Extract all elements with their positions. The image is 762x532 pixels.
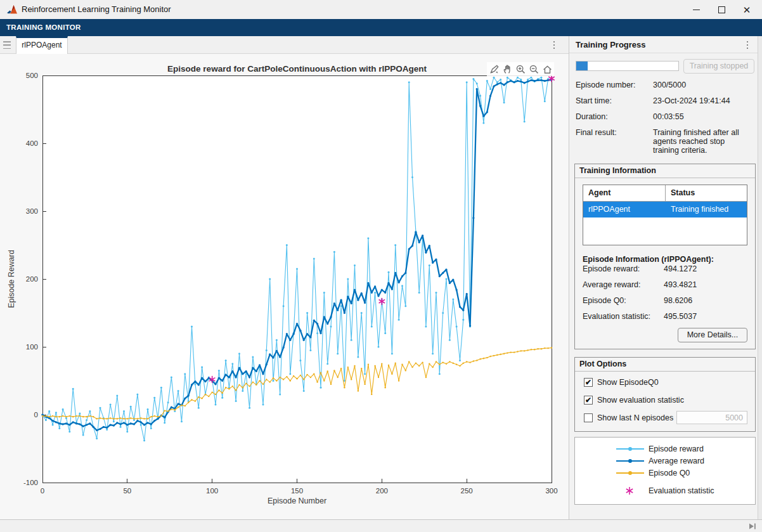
svg-text:400: 400 — [26, 139, 38, 147]
agents-table-header: Agent Status — [583, 185, 747, 202]
rl-training-monitor-window: { "window": { "title": "Reinforcement Le… — [0, 0, 762, 532]
training-information-title: Training Information — [575, 164, 755, 178]
svg-text:250: 250 — [461, 487, 473, 495]
expand-panel-icon[interactable] — [748, 522, 757, 531]
svg-text:100: 100 — [26, 343, 38, 351]
agent-cell: rlPPOAgent — [583, 202, 666, 217]
episode-q0-line-swatch — [616, 472, 644, 474]
title-bar: Reinforcement Learning Training Monitor … — [0, 0, 762, 19]
svg-text:100: 100 — [206, 487, 218, 495]
pan-hand-icon[interactable] — [501, 63, 513, 75]
show-episodeq0-option: ✔ Show EpisodeQ0 — [584, 374, 659, 391]
training-information-section: Training Information Agent Status rlPPOA… — [574, 164, 756, 349]
duration-row: Duration: 00:03:55 — [576, 112, 754, 121]
show-last-n-episodes-checkbox[interactable] — [584, 413, 593, 422]
svg-text:500: 500 — [26, 72, 38, 79]
chart-legend: Episode reward Average reward Episode Q0… — [574, 437, 756, 505]
matlab-logo-icon — [6, 4, 18, 15]
training-progress-panel: Training Progress Training stopped Episo… — [569, 36, 762, 519]
svg-text:300: 300 — [545, 487, 557, 495]
svg-text:150: 150 — [291, 487, 303, 495]
reward-chart[interactable]: 050100150200250300-1000100200300400500Ep… — [0, 54, 569, 519]
tab-list-icon[interactable] — [3, 41, 11, 49]
home-icon[interactable] — [541, 63, 553, 75]
window-title: Reinforcement Learning Training Monitor — [22, 0, 171, 19]
show-episodeq0-label[interactable]: Show EpisodeQ0 — [597, 378, 659, 387]
svg-text:200: 200 — [26, 275, 38, 283]
svg-text:50: 50 — [123, 487, 131, 495]
panel-resize-gutter[interactable] — [758, 36, 762, 519]
brush-icon[interactable] — [488, 63, 500, 75]
episode-q0-row: Episode Q0: 98.6206 — [583, 296, 749, 305]
zoom-in-icon[interactable] — [514, 63, 527, 75]
svg-text:Episode Reward: Episode Reward — [7, 250, 16, 308]
episode-reward-row: Episode reward: 494.1272 — [583, 264, 749, 273]
average-reward-line-swatch — [616, 460, 644, 462]
svg-text:Episode reward for CartPoleCon: Episode reward for CartPoleContinuousAct… — [167, 64, 427, 74]
show-evaluation-statistic-option: ✔ Show evaluation statistic — [584, 392, 684, 408]
status-column-header: Status — [666, 185, 747, 201]
show-evaluation-statistic-label[interactable]: Show evaluation statistic — [597, 396, 684, 405]
figure-panel: 050100150200250300-1000100200300400500Ep… — [0, 54, 569, 519]
episode-information-title: Episode Information (rlPPOAgent): — [583, 255, 714, 264]
show-last-n-episodes-option: Show last N episodes — [584, 410, 673, 426]
last-n-episodes-input[interactable] — [676, 411, 747, 424]
legend-entry-evaluation-statistic: Evaluation statistic — [575, 485, 755, 496]
table-row[interactable]: rlPPOAgent Training finished — [583, 202, 747, 217]
show-episodeq0-checkbox[interactable]: ✔ — [584, 378, 593, 387]
progress-fill — [576, 62, 588, 70]
episode-number-row: Episode number: 300/5000 — [576, 81, 754, 89]
maximize-icon — [718, 6, 725, 13]
agents-table: Agent Status rlPPOAgent Training finishe… — [583, 185, 747, 245]
ribbon-tab-training-monitor[interactable]: TRAINING MONITOR — [6, 19, 81, 36]
more-details-button[interactable]: More Details... — [678, 328, 747, 342]
svg-text:Episode Number: Episode Number — [268, 496, 326, 505]
legend-entry-episode-q0: Episode Q0 — [575, 467, 755, 479]
show-last-n-episodes-label[interactable]: Show last N episodes — [597, 413, 673, 422]
zoom-out-icon[interactable] — [527, 63, 540, 75]
final-result-row: Final result: Training finished after al… — [576, 128, 754, 155]
ribbon: TRAINING MONITOR — [0, 19, 762, 36]
minimize-icon — [693, 10, 700, 10]
svg-text:-100: -100 — [23, 479, 38, 486]
svg-text:0: 0 — [34, 411, 38, 418]
legend-entry-episode-reward: Episode reward — [575, 443, 755, 455]
agent-column-header: Agent — [583, 185, 666, 201]
document-tab-strip: rlPPOAgent — [0, 36, 569, 54]
plot-options-section: Plot Options ✔ Show EpisodeQ0 ✔ Show eva… — [574, 357, 756, 432]
maximize-button[interactable] — [709, 0, 734, 19]
legend-entry-average-reward: Average reward — [575, 455, 755, 467]
show-evaluation-statistic-checkbox[interactable]: ✔ — [584, 396, 593, 405]
evaluation-statistic-row: Evaluation statistic: 495.5037 — [583, 312, 749, 321]
panel-title: Training Progress — [576, 36, 646, 53]
average-reward-row: Average reward: 493.4821 — [583, 280, 749, 289]
start-time-row: Start time: 23-Oct-2024 19:41:44 — [576, 96, 754, 105]
svg-text:200: 200 — [376, 487, 388, 495]
close-button[interactable]: ✕ — [734, 0, 759, 19]
status-cell: Training finished — [666, 202, 747, 217]
svg-text:300: 300 — [26, 207, 38, 215]
plot-options-title: Plot Options — [575, 358, 755, 372]
close-icon: ✕ — [743, 5, 751, 15]
panel-menu-icon[interactable] — [742, 39, 753, 51]
tab-strip-menu-icon[interactable] — [548, 39, 560, 51]
minimize-button[interactable] — [683, 0, 709, 19]
training-stopped-button[interactable]: Training stopped — [683, 59, 754, 74]
svg-text:0: 0 — [41, 487, 44, 495]
status-bar — [0, 519, 762, 532]
tab-rlppoagent[interactable]: rlPPOAgent — [16, 36, 68, 54]
training-progress-bar — [576, 61, 679, 71]
asterisk-marker-icon — [625, 486, 634, 495]
panel-header: Training Progress — [569, 36, 762, 53]
axes-toolbar — [487, 62, 554, 76]
episode-reward-line-swatch — [616, 448, 644, 450]
